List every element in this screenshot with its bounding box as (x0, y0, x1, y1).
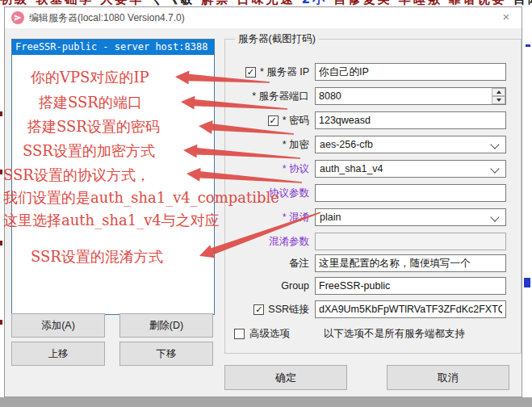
method-label: * 加密 (224, 138, 309, 152)
group-label: Group (224, 280, 309, 292)
advanced-label: 高级选项 (249, 327, 290, 341)
ssr-link-checkbox[interactable]: ✓ (253, 304, 264, 315)
garbled-text: く《敏 (151, 0, 195, 6)
obfs-label: * 混淆 (224, 211, 309, 224)
move-down-button[interactable]: 下移 (119, 342, 213, 366)
delete-button[interactable]: 删除(D) (119, 313, 213, 338)
group-input[interactable] (315, 277, 506, 295)
groupbox-title: 服务器(截图打码) (235, 32, 319, 46)
background-artifact (526, 44, 530, 47)
garbled-text: 初级 软基础学 人要早 (0, 0, 144, 6)
advanced-checkbox[interactable] (234, 329, 245, 339)
annotation-password: 搭建SSR设置的密码 (27, 117, 160, 136)
row-server-ip: ✓ * 服务器 IP (224, 63, 506, 81)
add-button[interactable]: 添加(A) (11, 313, 105, 338)
ssr-link-input[interactable] (315, 300, 506, 318)
annotation-obfs: SSR设置的混淆方式 (31, 247, 163, 266)
screen: { "window": { "title": "编辑服务器(local:1080… (0, 0, 532, 407)
obfs-param-input[interactable] (315, 233, 506, 250)
chevron-down-icon (490, 212, 499, 221)
obfs-select[interactable]: plain (315, 208, 506, 226)
row-group: Group (224, 277, 506, 295)
annotation-protocol-2: 我们设置的是auth_sha1_v4_compatible (3, 188, 279, 208)
chevron-down-icon (490, 140, 499, 149)
row-obfs-param: 混淆参数 (224, 233, 506, 250)
background-artifact (0, 320, 2, 325)
ok-button[interactable]: 确定 (224, 365, 347, 390)
method-select[interactable]: aes-256-cfb (315, 136, 506, 153)
row-protocol: * 协议 auth_sha1_v4 (224, 160, 506, 178)
remarks-input[interactable] (315, 254, 506, 272)
background-artifact (0, 241, 2, 245)
spin-up-icon[interactable] (492, 88, 505, 96)
row-method: * 加密 aes-256-cfb (224, 136, 506, 153)
garbled-text: 解禁 吕味尤速 (201, 0, 295, 6)
server-port-stepper (315, 87, 506, 105)
annotation-port: 搭建SSR的端口 (39, 93, 142, 112)
server-ip-input[interactable] (315, 63, 506, 81)
server-port-input[interactable] (315, 87, 506, 105)
server-list-item-selected[interactable]: FreeSSR-public - server host:8388 (12, 40, 214, 55)
obfs-param-label: 混淆参数 (224, 235, 309, 249)
server-ip-checkbox[interactable]: ✓ (245, 67, 256, 78)
garbled-text: 自修复美 早睡敷 靠谱说要 (333, 0, 506, 6)
background-artifact (0, 170, 2, 174)
annotation-protocol-1: SSR设置的协议方式， (3, 166, 150, 185)
row-obfs: * 混淆 plain (224, 208, 506, 226)
close-icon[interactable]: × (497, 9, 515, 25)
garbled-text: 2小 (302, 0, 327, 6)
background-strip (0, 397, 532, 407)
protocol-param-input[interactable] (315, 184, 506, 202)
password-label: ✓ * 密码 (224, 114, 309, 128)
background-window-text: 初级 软基础学 人要早 く《敏 解禁 吕味尤速 2小 自修复美 早睡敷 靠谱说要… (0, 0, 532, 6)
password-checkbox[interactable]: ✓ (268, 115, 279, 126)
background-artifact (0, 111, 2, 116)
paper-plane-icon (11, 11, 24, 24)
cancel-button[interactable]: 取消 (387, 365, 509, 390)
spin-down-icon[interactable] (492, 96, 505, 104)
move-up-button[interactable]: 上移 (11, 342, 105, 366)
title-bar: 编辑服务器(local:1080 Version4.7.0) × (5, 7, 522, 28)
chevron-down-icon (490, 164, 499, 173)
annotation-method: SSR设置的加密方式 (23, 141, 155, 161)
row-advanced: 高级选项 以下选项不是所有服务端都支持 (234, 325, 465, 342)
annotation-protocol-3: 这里选择auth_sha1_v4与之对应 (3, 211, 220, 230)
protocol-label: * 协议 (224, 162, 309, 176)
ssr-link-label: ✓ SSR链接 (224, 303, 309, 317)
row-ssr-link: ✓ SSR链接 (224, 300, 506, 318)
annotation-ip: 你的VPS对应的IP (31, 68, 149, 87)
row-password: ✓ * 密码 (224, 111, 506, 129)
row-remarks: 备注 (224, 254, 506, 272)
row-server-port: * 服务器端口 (224, 87, 506, 105)
protocol-select[interactable]: auth_sha1_v4 (315, 160, 506, 178)
advanced-hint: 以下选项不是所有服务端都支持 (324, 327, 465, 341)
garbled-text: 目障连乒 (513, 0, 532, 6)
server-port-label: * 服务器端口 (224, 90, 309, 103)
background-artifact (524, 278, 530, 287)
remarks-label: 备注 (224, 257, 309, 271)
password-input[interactable] (315, 111, 506, 129)
window-title: 编辑服务器(local:1080 Version4.7.0) (29, 11, 185, 25)
server-ip-label: ✓ * 服务器 IP (224, 65, 309, 79)
